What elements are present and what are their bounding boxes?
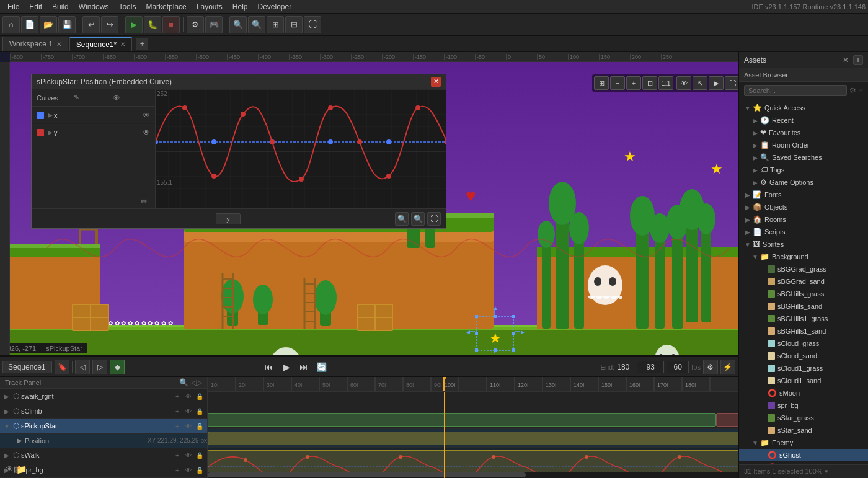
tree-sghost[interactable]: ▶ ⭕ sGhost: [739, 449, 868, 461]
tree-objects[interactable]: ▶ 📦 Objects: [739, 201, 868, 213]
track-sclimb[interactable]: ▶ ⬡ sClimb + 👁 🔒: [0, 404, 207, 419]
current-frame-input[interactable]: [637, 361, 664, 373]
tb-zoom-fit-btn[interactable]: ⊞: [267, 16, 284, 33]
playback-play-btn[interactable]: ▶: [279, 360, 294, 374]
tree-sprites[interactable]: ▼ 🖼 Sprites: [739, 238, 868, 250]
curve-zoom-in-btn[interactable]: 🔍: [411, 212, 425, 226]
track-add-btn[interactable]: 👁: [5, 464, 14, 474]
track-spickupstar-expand[interactable]: ▼: [2, 422, 11, 430]
menu-marketplace[interactable]: Marketplace: [141, 1, 191, 12]
track-swalk-eye-btn[interactable]: 👁: [184, 450, 193, 460]
tb-redo-btn[interactable]: ↪: [101, 16, 118, 33]
track-swalk-lock-btn[interactable]: 🔒: [195, 450, 205, 460]
track-swaik[interactable]: ▶ ⬡ swaik_rgnt + 👁 🔒: [0, 389, 207, 404]
timeline-tracks-area[interactable]: 10f 20f 30f 40f 50f 60f 70: [208, 377, 738, 478]
track-swaik-lock-btn[interactable]: 🔒: [195, 391, 205, 401]
tree-recent[interactable]: ▶ 🕐 Recent: [739, 114, 868, 126]
fonts-expand[interactable]: ▶: [744, 191, 751, 198]
tl-fps-settings-btn[interactable]: ⚙: [703, 360, 718, 374]
tb-run-btn[interactable]: ▶: [125, 16, 143, 33]
tree-room-order[interactable]: ▶ 📋 Room Order: [739, 139, 868, 151]
tab-sequence[interactable]: Sequence1* ✕: [69, 37, 132, 51]
track-swalk-expand[interactable]: ▶: [2, 451, 11, 459]
menu-layouts[interactable]: Layouts: [192, 1, 228, 12]
favourites-expand[interactable]: ▶: [751, 129, 759, 136]
track-sprbg-eye-btn[interactable]: 👁: [184, 465, 193, 475]
tb-fullscreen-btn[interactable]: ⛶: [304, 16, 321, 33]
menu-windows[interactable]: Windows: [74, 1, 114, 12]
tb-new-btn[interactable]: 📄: [21, 16, 38, 33]
tree-saved-searches[interactable]: ▶ 🔍 Saved Searches: [739, 151, 868, 164]
enemy-expand[interactable]: ▼: [751, 439, 759, 446]
sclimb-block[interactable]: [208, 413, 716, 427]
tab-add-btn[interactable]: +: [136, 38, 148, 50]
track-sclimb-expand[interactable]: ▶: [2, 407, 11, 415]
tb-save-btn[interactable]: 💾: [58, 16, 76, 33]
curve-editor-titlebar[interactable]: sPickupStar: Position (Embedded Curve) ✕: [32, 74, 446, 89]
rooms-expand[interactable]: ▶: [744, 216, 751, 223]
tree-sbggrad-sand[interactable]: ▶ sBGGrad_sand: [739, 275, 868, 288]
sclimb-block2[interactable]: [716, 413, 738, 427]
tl-forward-keyframe-btn[interactable]: ▷: [92, 360, 107, 374]
curve-editor-close-btn[interactable]: ✕: [431, 77, 441, 87]
assets-filter-btn[interactable]: ⚙: [849, 86, 856, 95]
tree-sbghills1-sand[interactable]: ▶ sBGHills1_sand: [739, 325, 868, 337]
tree-sbggrad-grass[interactable]: ▶ sBGGrad_grass: [739, 263, 868, 275]
track-folder-btn[interactable]: 📁: [16, 464, 27, 474]
curve-track-y[interactable]: ▶ y 👁: [32, 124, 155, 141]
track-spickupstar-row[interactable]: [208, 429, 738, 448]
track-panel-search-btn[interactable]: 🔍: [179, 378, 188, 387]
quick-access-expand[interactable]: ▼: [744, 104, 751, 112]
track-sprbg-add-btn[interactable]: +: [172, 465, 182, 475]
track-swaik-row[interactable]: [208, 392, 738, 410]
vp-fullscreen-btn[interactable]: ⛶: [725, 76, 738, 90]
tree-sbghills-sand[interactable]: ▶ sBGHills_sand: [739, 300, 868, 312]
background-expand[interactable]: ▼: [751, 253, 759, 260]
tree-scloud1-sand[interactable]: ▶ sCloud1_sand: [739, 374, 868, 387]
tree-quick-access[interactable]: ▼ ⭐ Quick Access: [739, 102, 868, 114]
playback-rewind-btn[interactable]: ⏮: [262, 360, 277, 374]
assets-search-input[interactable]: [744, 85, 847, 96]
track-swalk[interactable]: ▶ ⬡ sWalk + 👁 🔒: [0, 448, 207, 463]
track-swaik-add-btn[interactable]: +: [172, 391, 182, 401]
playback-loop-btn[interactable]: 🔄: [314, 360, 329, 374]
tree-smoon[interactable]: ▶ ⭕ sMoon: [739, 387, 868, 399]
tab-sequence-close[interactable]: ✕: [120, 41, 125, 48]
vp-eye-btn[interactable]: 👁: [676, 76, 691, 90]
track-swalk-add-btn[interactable]: +: [172, 450, 182, 460]
tree-sstar-grass[interactable]: ▶ sStar_grass: [739, 412, 868, 424]
timeline-scrollbar-thumb[interactable]: [208, 472, 526, 477]
vp-fit-btn[interactable]: ⊡: [642, 76, 657, 90]
tree-scloud-sand[interactable]: ▶ sCloud_sand: [739, 350, 868, 362]
tl-snap-btn[interactable]: ⚡: [720, 360, 735, 374]
sprites-expand[interactable]: ▼: [744, 241, 751, 248]
menu-tools[interactable]: Tools: [113, 1, 141, 12]
track-swaik-expand[interactable]: ▶: [2, 392, 11, 401]
curve-canvas-area[interactable]: 252 155.1: [156, 89, 446, 208]
tb-gamepad-btn[interactable]: 🎮: [205, 16, 223, 33]
curve-x-eye[interactable]: 👁: [143, 111, 150, 120]
tb-settings-btn[interactable]: ⚙: [187, 16, 204, 33]
tl-add-keyframe-btn[interactable]: ◆: [110, 360, 125, 374]
timeline-scrollbar[interactable]: [208, 472, 738, 478]
tree-background[interactable]: ▼ 📁 Background: [739, 250, 868, 263]
tb-stop-btn[interactable]: ■: [162, 16, 180, 33]
track-panel-prev-btn[interactable]: ◁: [191, 378, 197, 387]
track-spickupstar[interactable]: ▼ ⬡ sPickupStar + 👁 🔒: [0, 419, 207, 434]
vp-zoom-level-btn[interactable]: 1:1: [658, 76, 673, 90]
tree-favourites[interactable]: ▶ ❤ Favourites: [739, 126, 868, 139]
assets-add-btn[interactable]: +: [853, 55, 863, 65]
track-sclimb-lock-btn[interactable]: 🔒: [195, 406, 205, 416]
recent-expand[interactable]: ▶: [751, 117, 759, 124]
tree-sbghills1-grass[interactable]: ▶ sBGHills1_grass: [739, 312, 868, 325]
tb-debug-btn[interactable]: 🐛: [144, 16, 161, 33]
tb-zoom-in-btn[interactable]: 🔍: [248, 16, 265, 33]
vp-zoom-in-btn[interactable]: +: [626, 76, 641, 90]
position-expand[interactable]: ▶: [17, 437, 22, 444]
sub-track-position[interactable]: ▶ Position XY 221.29, 225.29 px: [0, 434, 207, 448]
fps-input[interactable]: [666, 361, 689, 373]
menu-developer[interactable]: Developer: [253, 1, 297, 12]
track-sprbg-lock-btn[interactable]: 🔒: [195, 465, 205, 475]
curve-active-tab[interactable]: y: [216, 213, 241, 224]
tree-sbghills-grass[interactable]: ▶ sBGHills_grass: [739, 288, 868, 300]
